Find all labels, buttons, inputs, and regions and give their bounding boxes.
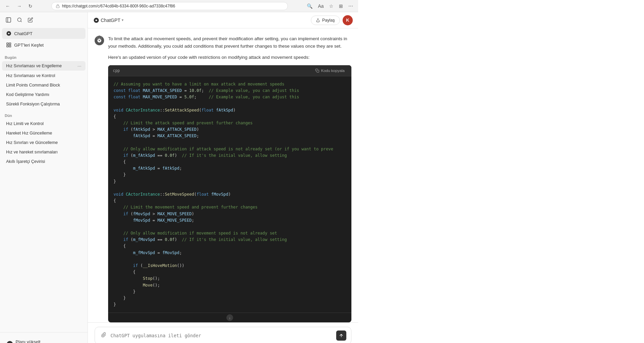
input-box[interactable]	[95, 327, 351, 343]
sidebar-chat-hiz-limiti[interactable]: Hız Limiti ve Kontrol	[2, 119, 85, 128]
bookmark-button[interactable]: ☆	[327, 2, 335, 10]
sidebar-chat-hiz-sinirlari[interactable]: Hız Sınırları ve Güncelleme	[2, 138, 85, 147]
sidebar-chat-hiz-hareket[interactable]: Hız ve hareket sınırlamaları	[2, 148, 85, 156]
svg-rect-1	[6, 18, 11, 22]
new-chat-button[interactable]	[26, 16, 34, 24]
sidebar-item-explore-label: GPT'leri Keşfet	[14, 43, 44, 48]
input-wrapper	[95, 327, 351, 343]
code-header: cpp Kodu kopyala	[108, 65, 351, 76]
send-button[interactable]	[336, 330, 346, 341]
svg-rect-9	[7, 45, 8, 47]
yesterday-section-label: Dün	[0, 111, 88, 119]
new-chat-icon	[28, 17, 33, 23]
svg-rect-7	[9, 43, 11, 45]
assistant-message-body: To limit the attack and movement speeds,…	[108, 35, 351, 322]
sidebar-top	[0, 12, 88, 28]
gear-settings-icon	[96, 34, 103, 41]
sidebar-chat-limit-points[interactable]: Limit Points Command Block	[2, 81, 85, 90]
svg-rect-8	[9, 45, 11, 47]
message-row-assistant: To limit the attack and movement speeds,…	[95, 35, 351, 322]
header-title-text: ChatGPT	[101, 18, 120, 23]
sidebar-bottom: ↑ Planı yükselt En iyi modellere daha fa…	[0, 332, 88, 343]
sidebar-chat-label: Hız Sınırları ve Güncelleme	[6, 140, 81, 145]
share-label: Paylaş	[322, 18, 335, 23]
chatgpt-icon	[6, 31, 11, 36]
copy-button[interactable]: Kodu kopyala	[313, 68, 347, 73]
copy-label: Kodu kopyala	[321, 69, 345, 73]
browser-bar: ← → ↻ https://chatgpt.com/c/674cd84b-633…	[0, 0, 358, 12]
input-field-row	[100, 330, 346, 341]
explore-icon	[6, 42, 11, 48]
sidebar-chat-kod-gelistirme[interactable]: Kod Geliştirme Yardımı	[2, 90, 85, 99]
dots-menu-icon[interactable]: ···	[77, 63, 81, 69]
code-pre: // Assuming you want to have a limit on …	[114, 81, 346, 308]
header-title: ChatGPT ▾	[93, 17, 124, 23]
svg-rect-14	[317, 70, 319, 72]
sidebar-item-explore[interactable]: GPT'leri Keşfet	[2, 40, 85, 50]
sidebar-chat-label: Hareket Hız Güncelleme	[6, 131, 81, 136]
chat-area[interactable]: To limit the attack and movement speeds,…	[88, 28, 358, 322]
sidebar-chat-hiz-sinirlamasi[interactable]: Hız Sınırlaması ve Engelleme ···	[2, 61, 85, 71]
menu-button[interactable]: ⋯	[347, 2, 355, 10]
svg-rect-0	[56, 6, 59, 8]
main: ChatGPT ▾ Paylaş K	[88, 12, 358, 343]
svg-line-4	[21, 21, 22, 22]
sidebar-chat-hareket-hiz[interactable]: Hareket Hız Güncelleme	[2, 129, 85, 138]
attach-button[interactable]	[100, 331, 108, 340]
search-browser-button[interactable]: 🔍	[305, 2, 314, 10]
assistant-paragraph-2: Here's an updated version of your code w…	[108, 54, 351, 61]
code-block: cpp Kodu kopyala // Assuming you want to…	[108, 65, 351, 322]
copy-icon	[315, 69, 319, 73]
sidebar-chat-label: Hız ve hareket sınırlamaları	[6, 150, 81, 154]
svg-point-13	[99, 37, 100, 39]
share-icon	[316, 18, 320, 22]
sidebar-chat-label: Limit Points Command Block	[6, 83, 81, 88]
code-lang: cpp	[113, 68, 120, 73]
chatgpt-header-icon	[93, 17, 99, 23]
header-chevron-icon: ▾	[122, 18, 124, 22]
message-input[interactable]	[108, 332, 336, 340]
browser-right-icons: 🔍 Aa ☆ ⊞ ⋯	[305, 2, 355, 10]
forward-button[interactable]: →	[15, 2, 24, 10]
upgrade-item[interactable]: ↑ Planı yükselt En iyi modellere daha fa…	[4, 337, 83, 343]
search-icon	[17, 17, 22, 23]
reader-button[interactable]: Aa	[316, 2, 325, 10]
extensions-button[interactable]: ⊞	[337, 2, 345, 10]
sidebar-item-chatgpt-label: ChatGPT	[14, 31, 32, 36]
code-body: // Assuming you want to have a limit on …	[108, 76, 351, 313]
assistant-text: To limit the attack and movement speeds,…	[108, 35, 351, 61]
sidebar-chat-surekli-fonksiyon[interactable]: Sürekli Fonksiyon Çalıştırma	[2, 100, 85, 108]
message-content: To limit the attack and movement speeds,…	[108, 35, 351, 322]
sidebar-toggle-icon	[5, 17, 11, 23]
sidebar-toggle-button[interactable]	[4, 16, 13, 24]
search-button[interactable]	[16, 16, 24, 24]
input-area: ChatGPT hata yapabilir. Önemli bilgileri…	[88, 322, 358, 343]
upgrade-label: Planı yükselt	[16, 339, 71, 343]
sidebar-chat-label: Kod Geliştirme Yardımı	[6, 92, 81, 97]
header-right: Paylaş K	[311, 15, 353, 25]
sidebar-item-chatgpt[interactable]: ChatGPT	[2, 28, 85, 39]
scroll-down-button[interactable]: ↓	[226, 314, 233, 321]
sidebar-chat-hiz-kontrol[interactable]: Hız Sınırlaması ve Kontrol	[2, 71, 85, 80]
lock-icon	[56, 4, 60, 8]
back-button[interactable]: ←	[3, 2, 12, 10]
chat-content: To limit the attack and movement speeds,…	[88, 35, 358, 322]
svg-point-3	[18, 18, 21, 22]
header: ChatGPT ▾ Paylaş K	[88, 12, 358, 28]
scroll-indicator: ↓	[108, 313, 351, 322]
url-bar[interactable]: https://chatgpt.com/c/674cd84b-6334-800f…	[51, 2, 288, 10]
refresh-button[interactable]: ↻	[26, 2, 34, 10]
sidebar-chat-label: Akıllı İşaretçi Çevirisi	[6, 159, 81, 164]
upgrade-icon: ↑	[7, 341, 13, 343]
sidebar: ChatGPT GPT'leri Keşfet Bugün Hız Sınırl…	[0, 12, 88, 343]
today-section-label: Bugün	[0, 53, 88, 61]
upgrade-text: Planı yükselt En iyi modellere daha fazl…	[16, 339, 71, 343]
url-text: https://chatgpt.com/c/674cd84b-6334-800f…	[62, 4, 283, 8]
send-icon	[339, 333, 344, 338]
avatar: K	[343, 15, 353, 25]
share-button[interactable]: Paylaş	[311, 16, 340, 25]
sidebar-chat-label: Sürekli Fonksiyon Çalıştırma	[6, 102, 81, 106]
sidebar-chat-label: Hız Sınırlaması ve Engelleme	[6, 64, 77, 68]
sidebar-chat-akilli-isaretci[interactable]: Akıllı İşaretçi Çevirisi	[2, 157, 85, 166]
sidebar-chat-label: Hız Limiti ve Kontrol	[6, 121, 81, 126]
